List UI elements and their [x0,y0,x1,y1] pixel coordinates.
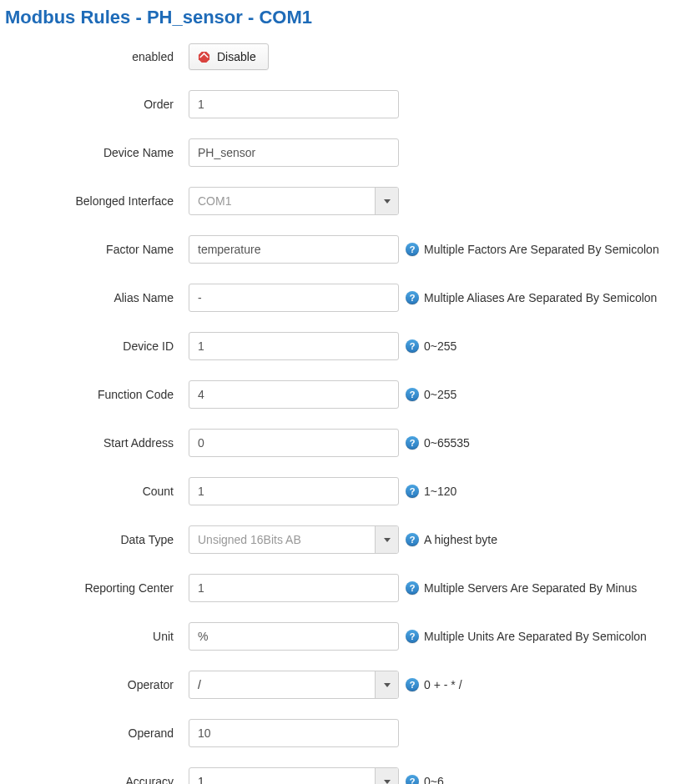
label-unit: Unit [3,630,189,643]
hint-operator: 0 + - * / [424,678,462,691]
device-id-input[interactable] [189,332,399,360]
operand-input[interactable] [189,719,399,747]
label-count: Count [3,485,189,498]
data-type-select-value: Unsigned 16Bits AB [189,526,375,553]
label-order: Order [3,98,189,111]
count-input[interactable] [189,477,399,505]
hint-alias-name: Multiple Aliases Are Separated By Semico… [424,291,657,304]
label-device-name: Device Name [3,146,189,159]
chevron-down-icon [375,188,398,214]
help-icon[interactable]: ? [406,485,419,498]
hint-device-id: 0~255 [424,339,456,353]
hint-data-type: A highest byte [424,533,497,546]
hint-count: 1~120 [424,485,456,498]
chevron-down-icon [375,526,398,553]
help-icon[interactable]: ? [406,243,419,256]
accuracy-select[interactable]: 1 [189,767,399,784]
label-start-address: Start Address [3,436,189,450]
start-address-input[interactable] [189,429,399,457]
page-title: Modbus Rules - PH_sensor - COM1 [3,7,693,28]
label-operand: Operand [3,726,189,740]
label-alias-name: Alias Name [3,291,189,304]
label-data-type: Data Type [3,533,189,546]
interface-select[interactable]: COM1 [189,187,399,215]
hint-unit: Multiple Units Are Separated By Semicolo… [424,630,647,643]
help-icon[interactable]: ? [406,436,419,450]
label-factor-name: Factor Name [3,243,189,256]
chevron-down-icon [375,671,398,698]
label-device-id: Device ID [3,339,189,353]
help-icon[interactable]: ? [406,339,419,353]
hint-start-address: 0~65535 [424,436,470,450]
interface-select-value: COM1 [189,188,375,214]
unit-input[interactable] [189,622,399,651]
label-function-code: Function Code [3,388,189,401]
help-icon[interactable]: ? [406,533,419,546]
stop-icon [198,51,210,63]
alias-name-input[interactable] [189,284,399,312]
hint-function-code: 0~255 [424,388,456,401]
hint-accuracy: 0~6 [424,775,444,784]
help-icon[interactable]: ? [406,678,419,691]
help-icon[interactable]: ? [406,291,419,304]
label-interface: Belonged Interface [3,194,189,208]
help-icon[interactable]: ? [406,775,419,784]
chevron-down-icon [375,768,398,784]
function-code-input[interactable] [189,380,399,409]
disable-button-label: Disable [217,50,256,63]
help-icon[interactable]: ? [406,581,419,595]
operator-select[interactable]: / [189,671,399,699]
help-icon[interactable]: ? [406,630,419,643]
order-input[interactable] [189,90,399,118]
hint-factor-name: Multiple Factors Are Separated By Semico… [424,243,659,256]
data-type-select[interactable]: Unsigned 16Bits AB [189,525,399,554]
label-operator: Operator [3,678,189,691]
device-name-input[interactable] [189,138,399,167]
label-reporting-center: Reporting Center [3,581,189,595]
label-enabled: enabled [3,50,189,63]
help-icon[interactable]: ? [406,388,419,401]
hint-reporting-center: Multiple Servers Are Separated By Minus [424,581,637,595]
accuracy-select-value: 1 [189,768,375,784]
operator-select-value: / [189,671,375,698]
factor-name-input[interactable] [189,235,399,264]
reporting-center-input[interactable] [189,574,399,602]
label-accuracy: Accuracy [3,775,189,784]
disable-button[interactable]: Disable [189,43,269,70]
